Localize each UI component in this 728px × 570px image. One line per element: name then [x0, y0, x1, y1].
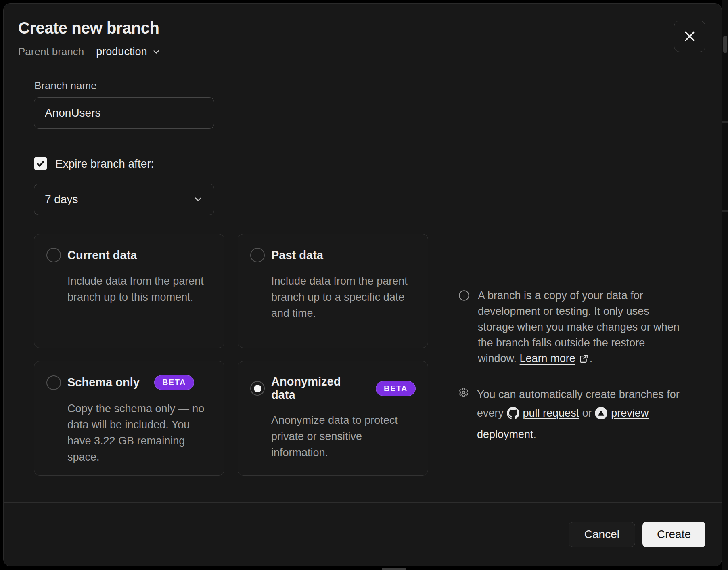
parent-branch-row: Parent branch production [18, 46, 161, 58]
option-description: Anonymize data to protect private or sen… [271, 412, 415, 461]
chevron-down-icon [193, 194, 203, 205]
scrollbar-thumb[interactable] [723, 36, 727, 53]
close-button[interactable] [674, 21, 705, 52]
radio-anonymized-data[interactable] [250, 381, 265, 396]
option-card-schema-only[interactable]: Schema only BETA Copy the schema only — … [34, 361, 224, 476]
info-text: or [582, 407, 592, 419]
option-card-current-data[interactable]: Current data Include data from the paren… [34, 234, 224, 348]
vercel-icon [595, 407, 607, 425]
option-card-past-data[interactable]: Past data Include data from the parent b… [238, 234, 428, 348]
option-card-anonymized-data[interactable]: Anonymized data BETA Anonymize data to p… [238, 361, 428, 476]
automation-note: You can automatically create branches fo… [458, 385, 692, 444]
radio-current-data[interactable] [46, 248, 61, 262]
create-button[interactable]: Create [642, 522, 705, 547]
option-title: Schema only [67, 376, 140, 389]
create-branch-dialog: Create new branch Parent branch producti… [3, 3, 722, 566]
branch-info-text: A branch is a copy of your data for deve… [478, 288, 680, 368]
external-link-icon [579, 352, 589, 368]
info-text: . [533, 428, 537, 440]
background-fragment [722, 121, 728, 123]
card-header: Schema only BETA [46, 375, 212, 390]
chevron-down-icon [152, 48, 161, 57]
option-description: Include data from the parent branch up t… [271, 273, 415, 321]
card-header: Past data [250, 248, 416, 262]
parent-branch-dropdown[interactable]: production [96, 46, 161, 58]
background-page-scrollbar[interactable] [722, 0, 728, 570]
option-title: Current data [67, 249, 137, 262]
radio-past-data[interactable] [250, 248, 265, 262]
background-fragment [382, 568, 406, 570]
pull-request-link[interactable]: pull request [523, 407, 579, 419]
option-title: Anonymized data [271, 375, 361, 402]
branch-name-input[interactable] [34, 97, 214, 129]
info-panel: A branch is a copy of your data for deve… [458, 288, 692, 444]
option-description: Include data from the parent branch up t… [67, 273, 211, 305]
learn-more-link[interactable]: Learn more [520, 352, 575, 365]
expire-checkbox[interactable] [34, 157, 47, 170]
branch-info-note: A branch is a copy of your data for deve… [458, 288, 692, 368]
parent-branch-label: Parent branch [18, 46, 84, 58]
branch-name-label: Branch name [34, 80, 97, 92]
info-text: . [590, 352, 593, 365]
expire-checkbox-label: Expire branch after: [55, 157, 154, 170]
card-header: Anonymized data BETA [250, 375, 416, 402]
data-option-cards: Current data Include data from the paren… [34, 234, 428, 476]
card-header: Current data [46, 248, 212, 262]
parent-branch-value: production [96, 46, 147, 58]
radio-schema-only[interactable] [46, 375, 61, 390]
automation-text: You can automatically create branches fo… [477, 385, 687, 444]
beta-badge: BETA [154, 375, 194, 390]
dialog-footer: Cancel Create [4, 502, 722, 566]
beta-badge: BETA [376, 381, 416, 396]
checkmark-icon [36, 159, 45, 168]
expire-row: Expire branch after: [34, 157, 154, 170]
background-fragment [722, 210, 728, 212]
dialog-title: Create new branch [18, 19, 159, 37]
option-description: Copy the schema only — no data will be i… [67, 400, 211, 465]
expire-duration-value: 7 days [45, 193, 78, 206]
option-title: Past data [271, 249, 323, 262]
expire-duration-select[interactable]: 7 days [34, 184, 214, 215]
gear-icon [458, 387, 469, 444]
github-icon [507, 407, 519, 425]
info-icon [458, 290, 470, 368]
cancel-button[interactable]: Cancel [569, 522, 635, 547]
close-icon [683, 29, 697, 43]
